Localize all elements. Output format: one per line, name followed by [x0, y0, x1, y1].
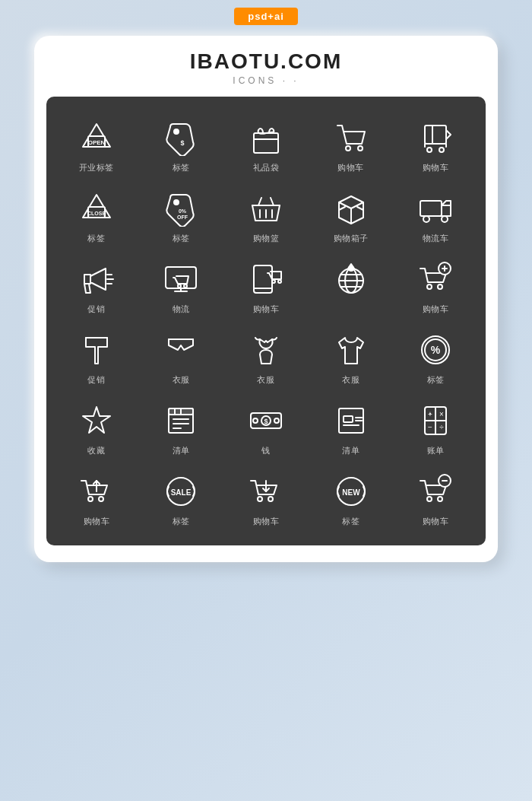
bikini-label: 衣服: [257, 374, 274, 386]
icon-cell-globe: [309, 250, 394, 321]
icon-cell-calculator: + × − ÷ 账单: [393, 392, 478, 462]
svg-text:SALE: SALE: [171, 488, 192, 497]
receipt-icon: [331, 401, 371, 440]
megaphone-icon: [77, 259, 116, 299]
close-tag-label: 标签: [87, 233, 105, 244]
percent-tag-label: 标签: [427, 374, 445, 386]
off-tag-icon: 0% OFF: [161, 189, 201, 228]
svg-point-12: [439, 148, 444, 152]
svg-point-70: [274, 418, 279, 423]
monitor-cart-label: 物流: [173, 304, 190, 315]
icon-grid: OPEN 开业标签 $ 标签: [54, 109, 478, 533]
icon-cell-gift-bag: 礼品袋: [223, 109, 309, 180]
card-subtitle: ICONS · ·: [46, 75, 486, 86]
cart2-icon: [416, 118, 455, 157]
cart2-label: 购物车: [423, 162, 449, 173]
truck-icon: [416, 189, 455, 228]
icon-cell-receipt: 清单: [309, 392, 394, 462]
svg-point-84: [88, 497, 93, 501]
icon-cell-close-tag: CLOSE 标签: [54, 180, 139, 250]
pants-icon: [77, 330, 116, 370]
icon-cell-price-tag: $ 标签: [139, 109, 224, 180]
money-icon: $: [246, 401, 286, 440]
icon-cell-cart2: 购物车: [393, 109, 478, 180]
new-tag-label: 标签: [342, 516, 359, 527]
new-tag-icon: NEW: [331, 472, 371, 511]
site-title: IBAOTU.COM: [46, 49, 486, 74]
megaphone-label: 促销: [87, 304, 105, 315]
svg-text:÷: ÷: [439, 423, 444, 431]
cart-up-label: 购物车: [84, 516, 110, 527]
off-tag-label: 标签: [173, 233, 190, 244]
cart-down-label: 购物车: [253, 516, 280, 527]
svg-marker-57: [83, 407, 110, 433]
svg-point-89: [258, 497, 262, 501]
calculator-label: 账单: [427, 445, 445, 456]
close-tag-icon: CLOSE: [77, 189, 116, 228]
sale-tag-icon: SALE: [161, 472, 201, 511]
svg-rect-9: [425, 126, 446, 144]
icon-cell-cart-up: 购物车: [54, 462, 139, 533]
cart-plus-label: 购物车: [423, 304, 449, 315]
icon-cell-sale-tag: SALE 标签: [139, 462, 224, 533]
cart1-icon: [331, 118, 371, 157]
icon-cell-open-tag: OPEN 开业标签: [54, 109, 139, 180]
shorts-icon: [161, 330, 201, 370]
receipt-label: 清单: [342, 445, 359, 456]
svg-point-36: [184, 284, 187, 288]
box-icon: [331, 189, 371, 228]
svg-point-35: [178, 284, 181, 288]
tshirt-label: 衣服: [342, 374, 359, 386]
gift-bag-label: 礼品袋: [253, 162, 280, 173]
icon-cell-off-tag: 0% OFF 标签: [139, 180, 224, 250]
icon-cell-bikini: 衣服: [223, 321, 309, 392]
cart-up-icon: [77, 472, 116, 511]
box-label: 购物箱子: [334, 233, 369, 244]
svg-point-18: [174, 200, 179, 205]
icon-cell-pants: 促销: [54, 321, 139, 392]
svg-point-48: [438, 284, 442, 289]
mobile-cart-icon: [246, 259, 286, 299]
bikini-icon: [246, 330, 286, 370]
svg-point-7: [346, 146, 350, 151]
icon-cell-monitor-cart: 物流: [139, 250, 224, 321]
icon-cell-mobile-cart: 购物车: [223, 250, 309, 321]
percent-tag-icon: %: [416, 330, 455, 370]
cart1-label: 购物车: [337, 162, 364, 173]
svg-point-27: [442, 216, 448, 222]
icon-cell-box: 购物箱子: [309, 180, 394, 250]
svg-text:0%: 0%: [179, 208, 187, 214]
icon-cell-star: 收藏: [54, 392, 139, 462]
pants-label: 促销: [87, 374, 105, 386]
icon-cell-cart-down: 购物车: [223, 462, 309, 533]
svg-text:×: ×: [439, 410, 444, 418]
format-badge: psd+ai: [234, 8, 298, 25]
svg-text:CLOSE: CLOSE: [87, 211, 106, 216]
icon-cell-shorts: 衣服: [139, 321, 224, 392]
svg-rect-5: [254, 133, 278, 153]
open-tag-icon: OPEN: [77, 118, 116, 157]
cart-plus-icon: [416, 259, 455, 299]
main-card: IBAOTU.COM ICONS · · OPEN 开业标签: [34, 36, 498, 562]
icon-grid-container: OPEN 开业标签 $ 标签: [46, 97, 486, 545]
icon-cell-money: $ 钱: [223, 392, 309, 462]
svg-text:OFF: OFF: [177, 215, 188, 220]
svg-text:OPEN: OPEN: [87, 139, 105, 146]
icon-cell-percent-tag: % 标签: [393, 321, 478, 392]
svg-point-85: [99, 497, 103, 501]
svg-point-69: [253, 418, 258, 423]
money-label: 钱: [261, 445, 271, 456]
truck-label: 物流车: [423, 233, 449, 244]
svg-point-47: [427, 284, 432, 289]
list-label: 清单: [173, 445, 190, 456]
svg-point-3: [174, 129, 179, 134]
svg-text:$: $: [181, 139, 185, 147]
star-icon: [77, 401, 116, 440]
cart-minus-label: 购物车: [423, 516, 449, 527]
svg-point-8: [358, 146, 363, 151]
tshirt-icon: [331, 330, 371, 370]
basket-label: 购物篮: [253, 233, 280, 244]
list-icon: [161, 401, 201, 440]
icon-cell-truck: 物流车: [393, 180, 478, 250]
cart-minus-icon: [416, 472, 455, 511]
